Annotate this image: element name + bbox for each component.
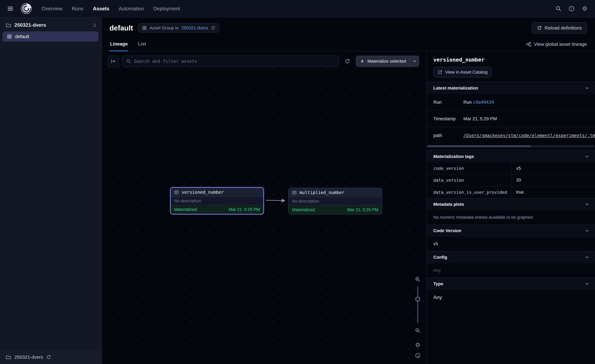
sidebar-group-250321-dvers[interactable]: 250321-dvers 1 — [0, 17, 102, 31]
nav-item-deployment[interactable]: Deployment — [149, 3, 184, 14]
tabs-row: Lineage List View global asset lineage — [102, 37, 595, 51]
nav-item-automation[interactable]: Automation — [115, 3, 148, 14]
zoom-slider-handle[interactable] — [415, 297, 420, 301]
tag-key: code_version — [426, 162, 511, 174]
zoom-in-button[interactable] — [412, 275, 423, 284]
sidebar-group-name: 250321-dvers — [14, 22, 46, 28]
tab-list[interactable]: List — [137, 41, 147, 51]
asset-group-badge: Asset Group in 250321-dvers — [138, 23, 219, 33]
search-button[interactable] — [552, 3, 564, 14]
settings-button[interactable]: ⚙ — [579, 3, 591, 14]
refresh-graph-button[interactable] — [342, 56, 353, 67]
table-row: data_version 20 — [426, 174, 595, 186]
latest-materialization-table: Run Run c9a40434 Timestamp Mar 21, 5:29 … — [426, 94, 595, 150]
lineage-graph-icon — [526, 42, 531, 47]
sidebar-item-label: default — [15, 34, 29, 39]
section-title: Code Version — [433, 228, 461, 233]
sidebar-group-count: 1 — [93, 23, 96, 28]
svg-text:?: ? — [571, 7, 572, 10]
materialize-selected-label: Materialize selected — [367, 59, 406, 64]
section-config[interactable]: Config — [426, 251, 595, 263]
panel-header: versioned_number View in Asset Catalog — [426, 51, 595, 82]
reload-definitions-button[interactable]: Reload definitions — [532, 22, 587, 34]
asset-node-description: No description — [289, 197, 382, 206]
materialize-selected-split-button: Materialize selected — [356, 56, 419, 67]
horizontal-scrollbar-thumb[interactable] — [427, 145, 531, 147]
asset-search-box — [122, 56, 339, 67]
code-location-footer[interactable]: 250321-dvers — [0, 350, 102, 364]
materialize-selected-button[interactable]: Materialize selected — [356, 56, 410, 67]
status-badge: Materialized — [174, 207, 197, 212]
asset-node-multiplied-number[interactable]: multiplied_number No description Materia… — [288, 188, 382, 215]
chevron-down-icon — [585, 86, 589, 91]
content-row: Materialize selected — [102, 51, 595, 364]
search-icon — [555, 6, 561, 12]
row-value: Run c9a40434 — [463, 100, 595, 105]
path-link[interactable]: /Users/smackesey/stm/code/elementl/exper… — [463, 133, 595, 138]
section-materialization-tags[interactable]: Materialization tags — [426, 150, 595, 162]
reload-definitions-label: Reload definitions — [545, 25, 582, 31]
metadata-plots-empty-message: No numeric metadata entries available to… — [426, 210, 595, 224]
table-icon — [292, 190, 297, 195]
asset-node-versioned-number[interactable]: versioned_number No description Material… — [170, 187, 264, 215]
asset-details-panel: versioned_number View in Asset Catalog L… — [426, 51, 595, 364]
view-global-lineage-link[interactable]: View global asset lineage — [526, 42, 587, 51]
dagster-logo[interactable] — [20, 2, 33, 15]
lineage-toolbar: Materialize selected — [107, 56, 421, 67]
horizontal-scrollbar[interactable] — [427, 145, 594, 147]
section-code-version[interactable]: Code Version — [426, 224, 595, 237]
tag-value: true — [511, 186, 595, 198]
chevron-down-icon — [585, 228, 589, 233]
graph-settings-button[interactable]: ⚙ — [412, 340, 423, 350]
table-row: Run Run c9a40434 — [426, 94, 595, 111]
badge-location-link[interactable]: 250321-dvers — [181, 25, 208, 30]
badge-prefix: Asset Group in — [150, 25, 178, 30]
feedback-button[interactable] — [412, 351, 423, 360]
row-value: Mar 21, 5:29 PM — [463, 116, 595, 121]
asset-node-header: multiplied_number — [289, 188, 382, 197]
tab-lineage[interactable]: Lineage — [109, 41, 128, 51]
help-icon: ? — [569, 6, 574, 12]
help-button[interactable]: ? — [566, 3, 577, 14]
code-version-value: v5 — [426, 237, 595, 251]
table-row: code_version v5 — [426, 162, 595, 174]
section-metadata-plots[interactable]: Metadata plots — [426, 198, 595, 210]
sidebar-item-default[interactable]: default — [2, 31, 99, 42]
sidebar-spacer — [0, 42, 102, 350]
zoom-in-icon — [415, 277, 421, 282]
page-title: default — [109, 24, 133, 32]
nav-item-overview[interactable]: Overview — [37, 3, 66, 14]
row-key: Timestamp — [433, 116, 463, 121]
run-link[interactable]: c9a40434 — [473, 100, 494, 105]
body-row: 250321-dvers 1 default 250321-dvers — [0, 17, 595, 364]
type-value: Any — [426, 290, 595, 307]
materialize-dropdown-button[interactable] — [410, 56, 419, 67]
folder-icon — [6, 354, 11, 360]
zoom-out-button[interactable] — [412, 326, 423, 335]
asset-search-input[interactable] — [134, 59, 335, 64]
gear-icon: ⚙ — [582, 6, 587, 12]
bolt-icon — [360, 59, 365, 63]
folder-icon — [6, 22, 11, 28]
lineage-canvas[interactable]: Materialize selected — [102, 51, 426, 364]
view-in-asset-catalog-button[interactable]: View in Asset Catalog — [433, 67, 492, 77]
materialization-tags-table: code_version v5 data_version 20 data_ver… — [426, 162, 595, 198]
top-nav: Overview Runs Assets Automation Deployme… — [0, 0, 595, 17]
app-root: Overview Runs Assets Automation Deployme… — [0, 0, 595, 364]
reload-location-icon[interactable] — [46, 355, 51, 360]
chevron-down-icon — [585, 255, 589, 260]
view-in-asset-catalog-label: View in Asset Catalog — [445, 70, 488, 75]
smiley-face-icon — [415, 353, 421, 358]
section-title: Metadata plots — [433, 202, 464, 207]
section-type[interactable]: Type — [426, 278, 595, 290]
tag-key: data_version — [426, 174, 511, 186]
badge-reload-icon[interactable] — [211, 26, 215, 30]
section-title: Type — [433, 281, 443, 286]
collapse-sidebar-button[interactable] — [107, 56, 119, 67]
zoom-slider[interactable] — [417, 287, 418, 323]
nav-item-runs[interactable]: Runs — [68, 3, 88, 14]
hamburger-menu-button[interactable] — [4, 3, 16, 14]
section-latest-materialization[interactable]: Latest materialization — [426, 82, 595, 94]
section-title: Config — [433, 255, 447, 260]
nav-item-assets[interactable]: Assets — [89, 3, 113, 14]
